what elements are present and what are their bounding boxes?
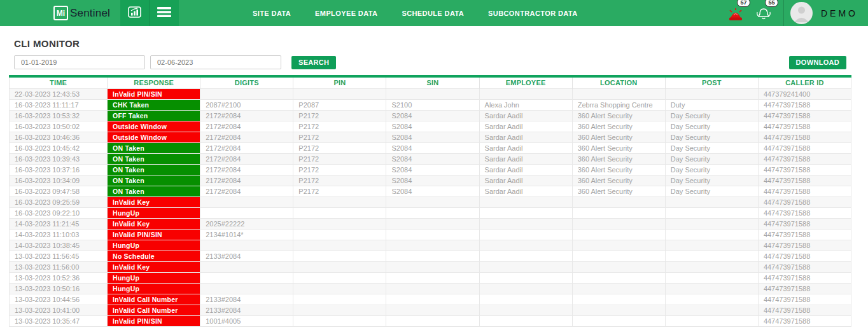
cell-location bbox=[572, 272, 665, 283]
response-status-badge: ON Taken bbox=[108, 175, 200, 186]
table-row: 13-03-2023 10:41:00InValid Call Number21… bbox=[10, 305, 851, 315]
cell-pin bbox=[293, 261, 386, 272]
menu-item-site-data[interactable]: SITE DATA bbox=[253, 10, 291, 17]
cell-post bbox=[665, 315, 758, 326]
cell-caller-id: 447379241400 bbox=[758, 88, 851, 99]
cell-time: 13-03-2023 10:35:47 bbox=[10, 315, 108, 326]
cell-pin: P2172 bbox=[293, 121, 386, 132]
cell-caller-id: 447473971588 bbox=[758, 251, 851, 261]
cell-pin bbox=[293, 207, 386, 218]
cell-pin: P2172 bbox=[293, 142, 386, 153]
response-status-badge: InValid PIN/SIN bbox=[108, 316, 200, 326]
cell-pin: P2172 bbox=[293, 110, 386, 121]
cell-digits bbox=[200, 283, 293, 294]
table-row: 13-03-2023 10:44:56InValid Call Number21… bbox=[10, 294, 851, 305]
col-header-digits: DIGITS bbox=[200, 76, 293, 88]
cell-digits: 2133#2084 bbox=[200, 305, 293, 315]
cell-time: 16-03-2023 10:45:42 bbox=[10, 142, 108, 153]
response-status-badge: InValid Key bbox=[108, 197, 200, 207]
cell-employee bbox=[479, 272, 572, 283]
dashboard-chart-button[interactable] bbox=[120, 0, 150, 26]
cell-post: Day Security bbox=[665, 186, 758, 196]
cell-pin bbox=[293, 196, 386, 207]
menu-item-schedule-data[interactable]: SCHEDULE DATA bbox=[402, 10, 464, 17]
menu-toggle-button[interactable] bbox=[150, 0, 179, 26]
cell-employee bbox=[479, 196, 572, 207]
user-name[interactable]: DEMO bbox=[821, 8, 858, 18]
cell-time: 14-03-2023 10:38:45 bbox=[10, 240, 108, 251]
table-row: 22-03-2023 12:43:53InValid PIN/SIN447379… bbox=[10, 88, 851, 99]
cell-pin: P2172 bbox=[293, 153, 386, 164]
response-status-badge: InValid Call Number bbox=[108, 294, 200, 305]
cell-pin: P2172 bbox=[293, 164, 386, 175]
menu-item-employee-data[interactable]: EMPLOYEE DATA bbox=[315, 10, 377, 17]
cell-response: ON Taken bbox=[108, 153, 200, 164]
cell-time: 13-03-2023 10:52:36 bbox=[10, 272, 108, 283]
cell-time: 16-03-2023 10:37:16 bbox=[10, 164, 108, 175]
table-header-row: TIME RESPONSE DIGITS PIN SIN EMPLOYEE LO… bbox=[10, 76, 851, 88]
cell-pin: P2172 bbox=[293, 186, 386, 196]
cell-digits: 2172#2084 bbox=[200, 153, 293, 164]
date-to-input[interactable] bbox=[150, 55, 281, 69]
cell-response: InValid Key bbox=[108, 261, 200, 272]
cell-caller-id: 447473971588 bbox=[758, 305, 851, 315]
cell-location bbox=[572, 305, 665, 315]
cell-sin bbox=[386, 229, 479, 240]
cell-sin bbox=[386, 315, 479, 326]
cell-pin bbox=[293, 251, 386, 261]
cell-caller-id: 447473971588 bbox=[758, 315, 851, 326]
table-row: 13-03-2023 11:56:45No Schedule2133#20844… bbox=[10, 251, 851, 261]
cell-response: ON Taken bbox=[108, 142, 200, 153]
cell-sin bbox=[386, 218, 479, 229]
cli-table-body: 22-03-2023 12:43:53InValid PIN/SIN447379… bbox=[10, 88, 851, 326]
logo-mark: Mi bbox=[53, 6, 68, 20]
cell-location bbox=[572, 283, 665, 294]
menu-item-subcontractor-data[interactable]: SUBCONTRACTOR DATA bbox=[488, 10, 577, 17]
date-from-input[interactable] bbox=[14, 55, 145, 69]
bell-count-badge: 55 bbox=[765, 0, 778, 7]
response-status-badge: ON Taken bbox=[108, 165, 200, 175]
cell-sin bbox=[386, 88, 479, 99]
cell-time: 13-03-2023 10:41:00 bbox=[10, 305, 108, 315]
cell-sin: S2084 bbox=[386, 186, 479, 196]
cell-employee bbox=[479, 305, 572, 315]
cell-time: 13-03-2023 10:44:56 bbox=[10, 294, 108, 305]
cell-digits: 2172#2084 bbox=[200, 186, 293, 196]
page-title: CLI MONITOR bbox=[14, 38, 851, 49]
cell-response: InValid Key bbox=[108, 196, 200, 207]
logo[interactable]: Mi Sentinel bbox=[0, 0, 110, 26]
download-button[interactable]: DOWNLOAD bbox=[789, 56, 846, 69]
cell-pin bbox=[293, 272, 386, 283]
cell-post bbox=[665, 261, 758, 272]
search-button[interactable]: SEARCH bbox=[291, 56, 336, 69]
col-header-response: RESPONSE bbox=[108, 76, 200, 88]
cell-location: 360 Alert Security bbox=[572, 153, 665, 164]
cell-pin bbox=[293, 229, 386, 240]
response-status-badge: ON Taken bbox=[108, 154, 200, 164]
cell-response: HungUp bbox=[108, 272, 200, 283]
cell-caller-id: 447473971588 bbox=[758, 110, 851, 121]
cell-digits: 2172#2084 bbox=[200, 142, 293, 153]
cell-location bbox=[572, 229, 665, 240]
response-status-badge: InValid Key bbox=[108, 219, 200, 229]
bar-chart-icon bbox=[127, 5, 142, 22]
table-row: 16-03-2023 10:34:09ON Taken2172#2084P217… bbox=[10, 175, 851, 186]
nav-icon-panel bbox=[120, 0, 179, 26]
response-status-badge: InValid Call Number bbox=[108, 305, 200, 315]
table-row: 14-03-2023 11:21:45InValid Key2025#22222… bbox=[10, 218, 851, 229]
cell-location: 360 Alert Security bbox=[572, 121, 665, 132]
cell-post: Duty bbox=[665, 99, 758, 110]
cell-post: Day Security bbox=[665, 164, 758, 175]
cell-digits bbox=[200, 88, 293, 99]
cli-monitor-table-wrap: TIME RESPONSE DIGITS PIN SIN EMPLOYEE LO… bbox=[9, 75, 851, 327]
cell-pin bbox=[293, 315, 386, 326]
response-status-badge: CHK Taken bbox=[108, 100, 200, 110]
bell-notifications-button[interactable]: 55 bbox=[754, 4, 773, 23]
user-avatar[interactable] bbox=[790, 2, 813, 24]
alarm-notifications-button[interactable]: 57 bbox=[726, 4, 745, 23]
col-header-pin: PIN bbox=[293, 76, 386, 88]
cell-post bbox=[665, 251, 758, 261]
cell-employee bbox=[479, 229, 572, 240]
cell-time: 16-03-2023 10:50:02 bbox=[10, 121, 108, 132]
cell-sin: S2084 bbox=[386, 132, 479, 142]
